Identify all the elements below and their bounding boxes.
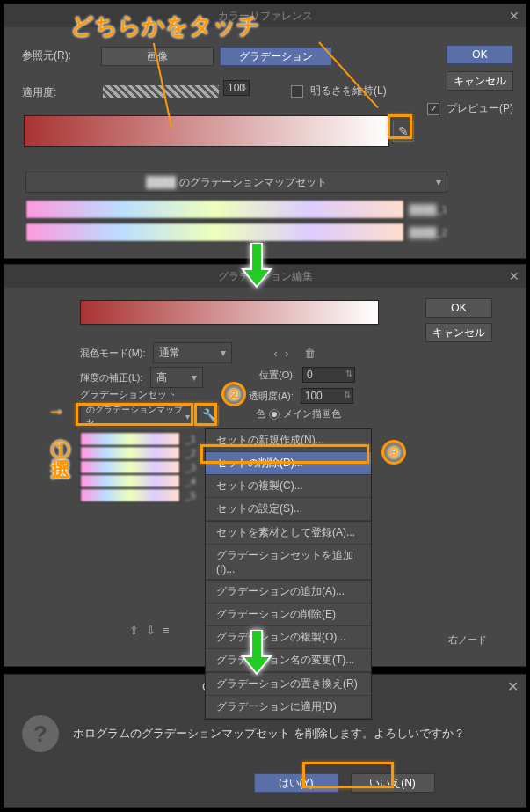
preset-swatch[interactable] <box>80 432 180 446</box>
close-icon[interactable]: ✕ <box>506 8 522 24</box>
menu-del-grad[interactable]: グラデーションの削除(E) <box>206 604 371 626</box>
ref-label: 参照元(R): <box>22 48 71 63</box>
color-radio[interactable] <box>269 409 280 420</box>
color-label: 色 <box>256 407 265 421</box>
preset-swatch[interactable] <box>25 200 404 219</box>
pos-value[interactable]: 0 <box>302 367 355 383</box>
arrow-down-icon <box>239 630 274 679</box>
menu-register-material[interactable]: セットを素材として登録(A)... <box>206 522 371 545</box>
preset-swatch[interactable] <box>80 474 180 488</box>
no-button[interactable]: いいえ(N) <box>351 773 435 793</box>
chevron-right-icon[interactable]: › <box>285 347 288 360</box>
preset-swatch[interactable] <box>80 446 180 460</box>
menu-new-set[interactable]: セットの新規作成(N)... <box>206 429 371 452</box>
anno-step1: ①選択 <box>47 424 74 443</box>
menu-settings[interactable]: セットの設定(S)... <box>206 498 371 521</box>
question-icon: ? <box>22 715 59 752</box>
lumi-label: 輝度の補正(L): <box>80 371 143 384</box>
menu-dup-set[interactable]: セットの複製(C)... <box>206 475 371 498</box>
opacity-value[interactable]: 100 <box>301 388 353 404</box>
keep-brightness-checkbox[interactable] <box>291 85 303 98</box>
anno-touch-hint: どちらかをタッチ <box>70 11 260 41</box>
menu-add-gradset[interactable]: グラデーションセットを追加(I)... <box>206 545 371 580</box>
opacity-label: 透明度(A): <box>249 390 294 403</box>
lumi-dropdown[interactable]: 高 <box>150 367 203 388</box>
menu-dup-grad[interactable]: グラデーションの複製(O)... <box>206 626 371 649</box>
right-node-label: 右ノード <box>448 633 487 647</box>
gradient-set-dropdown[interactable]: ████ のグラデーションマップセット <box>25 172 447 193</box>
close-icon[interactable]: ✕ <box>506 268 522 284</box>
cancel-button[interactable]: キャンセル <box>447 71 513 91</box>
preset-swatch[interactable] <box>80 460 180 474</box>
ok-button[interactable]: OK <box>425 298 492 318</box>
anno-arrow-right: → <box>47 401 65 421</box>
arrow-down-icon <box>239 243 274 292</box>
blend-mode-dropdown[interactable]: 通常 <box>153 342 232 363</box>
import-icon[interactable]: ⇩ <box>146 624 156 637</box>
menu-rename-grad[interactable]: グラデーション名の変更(T)... <box>206 649 371 672</box>
preset-swatch[interactable] <box>80 488 180 502</box>
pos-label: 位置(O): <box>259 369 295 382</box>
gradient-edit-bar[interactable] <box>80 300 379 325</box>
apply-label: 適用度: <box>22 85 56 100</box>
menu-apply-grad[interactable]: グラデーションに適用(D) <box>206 696 371 719</box>
gradset-label: グラデーションセット <box>80 388 177 401</box>
preset-swatch[interactable] <box>25 223 404 242</box>
ok-button[interactable]: OK <box>447 45 513 64</box>
confirm-message: ホログラムのグラデーションマップセット を削除します。よろしいですか？ <box>73 726 465 742</box>
edit-gradient-icon[interactable]: ✎ <box>393 121 414 142</box>
blend-label: 混色モード(M): <box>80 347 146 360</box>
wrench-icon[interactable]: 🔧 <box>200 406 219 425</box>
tab-gradient[interactable]: グラデーション <box>220 47 332 66</box>
yes-button[interactable]: はい(Y) <box>254 773 338 793</box>
apply-value[interactable]: 100 <box>223 80 250 96</box>
menu-replace-grad[interactable]: グラデーションの置き換え(R) <box>206 673 371 696</box>
anno-step3: ③ <box>381 440 406 465</box>
menu-add-grad[interactable]: グラデーションの追加(A)... <box>206 581 371 604</box>
menu-delete-set[interactable]: セットの削除(D)... <box>206 452 371 475</box>
close-icon[interactable]: ✕ <box>507 678 519 695</box>
gradset-dropdown[interactable]: のグラデーションマップセ <box>80 406 196 427</box>
chevron-left-icon[interactable]: ‹ <box>274 347 278 360</box>
menu-icon[interactable]: ≡ <box>163 624 170 637</box>
anno-step2: ② <box>221 382 246 406</box>
preview-label: プレビュー(P) <box>447 101 513 116</box>
preview-checkbox[interactable] <box>427 103 439 115</box>
gradient-bar[interactable] <box>24 115 389 147</box>
context-menu: セットの新規作成(N)... セットの削除(D)... セットの複製(C)...… <box>205 428 372 720</box>
trash-icon[interactable]: 🗑 <box>304 347 316 360</box>
apply-slider[interactable] <box>103 85 219 98</box>
cancel-button[interactable]: キャンセル <box>425 323 492 342</box>
export-icon[interactable]: ⇪ <box>129 624 139 637</box>
keep-brightness-label: 明るさを維持(L) <box>310 84 387 99</box>
